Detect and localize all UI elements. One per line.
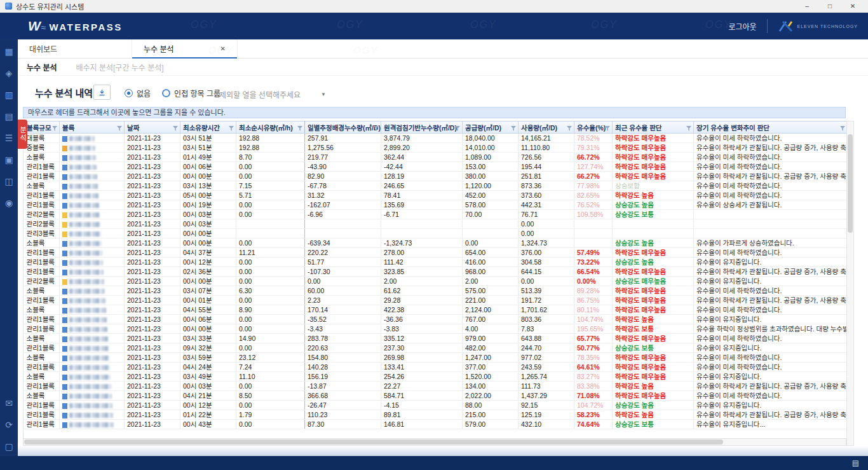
radio-option-0[interactable]: 없음 [125, 88, 151, 99]
horizontal-scrollbar-thumb[interactable] [24, 439, 723, 445]
table-row[interactable]: 관리1블록2021-11-2304시 24분7.24140.28133.4137… [24, 363, 847, 372]
analysis-badge[interactable]: 분석 [18, 120, 27, 149]
column-header[interactable]: 최소유량시간 [180, 121, 236, 134]
column-header[interactable]: 블록 [60, 121, 125, 134]
table-row[interactable]: 관리1블록2021-11-2301시 22분1.79110.2389.81215… [24, 410, 847, 420]
table-row[interactable]: 소블록2021-11-2303시 59분23.12154.80269.981,2… [24, 353, 847, 363]
filter-icon[interactable] [455, 125, 460, 132]
table-row[interactable]: 관리1블록2021-11-2300시 03분0.00-13.8722.27134… [24, 382, 847, 391]
filter-icon[interactable] [567, 125, 572, 132]
table-row[interactable]: 관리1블록2021-11-2305시 00분5.7131.3278.41452.… [24, 191, 847, 200]
sync-icon[interactable]: ⟳ [3, 420, 15, 429]
radio-option-1[interactable]: 인접 항목 그룹 [162, 88, 220, 99]
filter-icon[interactable] [297, 125, 302, 132]
vertical-scrollbar[interactable] [846, 121, 854, 446]
cell-revenue-water-rate [574, 229, 613, 238]
map-icon[interactable]: ◈ [3, 69, 15, 78]
table-row[interactable]: 소블록2021-11-2303시 13분7.15-67.78246.651,12… [24, 181, 847, 191]
tab-leak-analysis[interactable]: 누수 분석✕ [132, 39, 238, 58]
screen-icon[interactable]: ▢ [3, 442, 15, 451]
filter-icon[interactable] [605, 125, 610, 132]
cell-remote-leakage: 335.12 [381, 334, 463, 343]
report-icon[interactable]: ▤ [3, 112, 15, 121]
column-header[interactable]: 최소순시유량(㎥/h) [236, 121, 305, 134]
table-row[interactable]: 관리1블록2021-11-2304시 37분11.21220.22278.006… [24, 248, 847, 258]
download-button[interactable] [93, 85, 111, 100]
table-row[interactable]: 관리1블록2021-11-2300시 06분0.00-35.52-36.3676… [24, 315, 847, 324]
filter-icon[interactable] [52, 125, 57, 132]
cell-block-scale: 소블록 [24, 391, 60, 401]
table-row[interactable]: 관리1블록2021-11-2300시 19분0.00-162.07135.695… [24, 200, 847, 210]
horizontal-scrollbar[interactable] [23, 438, 846, 446]
filter-icon[interactable] [229, 125, 234, 132]
table-row[interactable]: 관리3블록2021-11-2300시 00분0.00 [24, 229, 847, 238]
filter-icon[interactable] [686, 125, 691, 132]
column-header[interactable]: 공급량(㎥/D) [463, 121, 519, 134]
table-row[interactable]: 소블록2021-11-2304시 55분8.90170.14422.382,12… [24, 305, 847, 315]
minimize-button[interactable]: – [796, 0, 818, 12]
table-row[interactable]: 관리1블록2021-11-2302시 36분0.00-107.30323.859… [24, 267, 847, 277]
tab-dashboard[interactable]: 대쉬보드 [18, 39, 132, 58]
column-header[interactable]: 유수율(%) [574, 121, 613, 134]
exclude-columns-select[interactable]: 제외할 열을 선택해주세요 ▼ [219, 87, 326, 101]
table-row[interactable]: 중블록2021-11-2303시 51분192.881,275.562,899.… [24, 143, 847, 153]
table-row[interactable]: 관리1블록2021-11-2309시 32분0.00220.63237.3048… [24, 343, 847, 353]
table-row[interactable]: 관리1블록2021-11-2300시 12분0.00-26.47-4.1588.… [24, 401, 847, 410]
table-row[interactable]: 관리1블록2021-11-2300시 06분0.00-43.90-42.4415… [24, 162, 847, 172]
filter-icon[interactable] [511, 125, 516, 132]
cell-min-instant-flow: 8.90 [236, 305, 305, 315]
column-header[interactable]: 블록규모 [24, 121, 60, 134]
table-row[interactable]: 소블록2021-11-2303시 07분6.3060.0061.62575.00… [24, 286, 847, 296]
cell-block [60, 277, 125, 286]
logout-button[interactable]: 로그아웃 [728, 21, 756, 32]
table-row[interactable]: 소블록2021-11-2301시 49분8.70219.77362.441,08… [24, 153, 847, 162]
cell-revenue-water-rate: 74.64% [574, 420, 613, 429]
filter-icon[interactable] [374, 125, 379, 132]
maximize-button[interactable]: □ [818, 0, 841, 12]
column-header[interactable]: 장기 유수율 변화추이 판단 [694, 121, 847, 134]
table-row[interactable]: 관리1블록2021-11-2300시 43분0.0087.30146.81579… [24, 420, 847, 429]
column-header[interactable]: 일별추정배경누수량(㎥/D) [305, 121, 381, 134]
table-row[interactable]: 관리1블록2021-11-2300시 01분0.002.2329.28221.0… [24, 296, 847, 305]
column-header[interactable]: 원격검침기반누수량(㎥/D) [381, 121, 463, 134]
tab-close-icon[interactable]: ✕ [208, 45, 226, 52]
radio-icon[interactable] [125, 89, 133, 97]
table-row[interactable]: 대블록2021-11-2303시 51분192.88257.913,874.79… [24, 134, 847, 143]
table-row[interactable]: 관리2블록2021-11-2300시 00분0.000.002.002.000.… [24, 277, 847, 286]
cell-min-instant-flow: 5.71 [236, 191, 305, 200]
table-row[interactable]: 관리1블록2021-11-2300시 12분0.0051.77111.42416… [24, 258, 847, 267]
display-icon[interactable]: ◫ [3, 177, 15, 186]
analysis-icon[interactable]: ☰ [3, 134, 15, 142]
subtab-0[interactable]: 누수 분석 [27, 62, 57, 73]
subtab-1[interactable]: 배수지 분석[구간 누수 분석] [76, 62, 164, 73]
cell-longterm-judgement: 유수율이 미세 하락하였습니다. [694, 353, 847, 363]
layers-icon[interactable]: ▣ [3, 155, 15, 164]
users-icon[interactable]: ◉ [3, 198, 15, 207]
table-row[interactable]: 관리1블록2021-11-2300시 00분0.00-3.43-3.834.00… [24, 324, 847, 334]
column-header[interactable]: 사용량(㎥/D) [519, 121, 574, 134]
column-header[interactable]: 날짜 [125, 121, 180, 134]
cell-recent-judgement: 하락강도 보통 [613, 324, 694, 334]
group-drop-zone[interactable]: 마우스로 헤더를 드래그해서 이곳에 놓으면 그룹을 지을 수 있습니다. [23, 107, 846, 118]
dashboard-icon[interactable]: ▦ [3, 47, 15, 56]
monitoring-icon[interactable]: ▥ [3, 90, 15, 99]
table-row[interactable]: 관리2블록2021-11-2300시 03분0.00-6.96-6.7170.0… [24, 210, 847, 219]
filter-icon[interactable] [173, 125, 178, 132]
table-row[interactable]: 소블록2021-11-2300시 00분0.00-639.34-1,324.73… [24, 238, 847, 248]
table-row[interactable]: 소블록2021-11-2303시 49분11.10156.19254.261,5… [24, 372, 847, 382]
table-row[interactable]: 관리1블록2021-11-2300시 00분0.0082.90128.19380… [24, 172, 847, 181]
filter-icon[interactable] [840, 125, 845, 132]
table-row[interactable]: 소블록2021-11-2304시 21분8.50366.68584.712,02… [24, 391, 847, 401]
column-header[interactable]: 최근 유수율 판단 [613, 121, 694, 134]
statusbar-doc-icon[interactable]: ▤ [852, 459, 859, 467]
close-button[interactable]: ✕ [841, 0, 864, 12]
radio-icon[interactable] [162, 89, 170, 97]
message-icon[interactable]: ✉ [3, 399, 15, 408]
block-chip [62, 136, 67, 142]
cell-block-scale: 관리1블록 [24, 363, 60, 372]
vertical-scrollbar-thumb[interactable] [848, 134, 853, 233]
table-row[interactable]: 소블록2021-11-2303시 33분14.90283.78335.12979… [24, 334, 847, 343]
table-row[interactable]: 관리2블록2021-11-2300시 03분0.00 [24, 219, 847, 229]
filter-icon[interactable] [117, 125, 122, 132]
cell-min-flow-time: 00시 03분 [180, 210, 236, 219]
